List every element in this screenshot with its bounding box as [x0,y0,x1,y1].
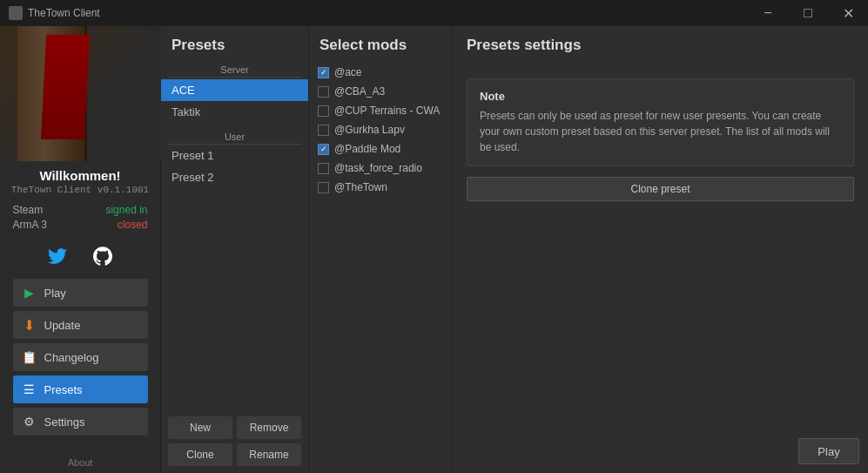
twitter-link[interactable] [44,242,71,270]
mod-label: @Gurkha Lapv [334,124,405,136]
note-text: Presets can only be used as preset for n… [480,108,841,155]
preset-item-2[interactable]: Preset 2 [161,166,308,188]
play-button-main[interactable]: Play [798,438,859,464]
settings-nav-icon: ⚙ [22,414,37,429]
arma-status: closed [118,219,148,231]
mod-label: @Paddle Mod [334,143,400,155]
server-group-label: Server [168,61,301,78]
mod-item[interactable]: @CUP Terrains - CWA [314,101,447,120]
mod-label: @CUP Terrains - CWA [334,105,440,117]
mod-checkbox[interactable] [318,144,329,155]
preset-item-ace[interactable]: ACE [161,79,308,101]
window-controls: − □ ✕ [748,0,868,26]
preset-actions: New Remove Clone Rename [161,409,308,473]
note-box: Note Presets can only be used as preset … [467,78,854,166]
update-nav-icon: ⬇ [22,317,37,333]
mod-checkbox[interactable] [318,105,329,117]
github-icon [93,247,112,266]
about-link[interactable]: About [68,457,93,468]
nav-presets-label: Presets [44,383,83,396]
mod-checkbox[interactable] [318,86,329,98]
mod-label: @ace [334,66,362,78]
arma-status-row: ArmA 3 closed [13,219,148,231]
play-nav-icon: ▶ [22,285,37,301]
mod-checkbox[interactable] [318,163,329,174]
arma-label: ArmA 3 [13,219,47,231]
nav-update-button[interactable]: ⬇ Update [13,311,148,339]
remove-preset-button[interactable]: Remove [237,416,301,439]
nav-changelog-label: Changelog [44,351,99,364]
note-title: Note [480,90,841,103]
mod-item[interactable]: @ace [314,63,447,82]
nav-presets-button[interactable]: ☰ Presets [13,375,148,403]
mod-item[interactable]: @Paddle Mod [314,139,447,159]
sidebar-footer: About [68,450,93,469]
nav-play-label: Play [44,287,66,300]
steam-label: Steam [13,204,44,216]
new-preset-button[interactable]: New [168,416,232,439]
github-link[interactable] [89,242,117,270]
mods-panel-title: Select mods [309,26,452,61]
mod-checkbox[interactable] [318,125,329,136]
preset-list: ACE Taktik User Preset 1 Preset 2 [161,78,308,409]
nav-settings-button[interactable]: ⚙ Settings [13,408,148,436]
sidebar-nav: ▶ Play ⬇ Update 📋 Changelog ☰ Presets ⚙ … [13,279,148,436]
social-links [44,242,117,270]
presets-settings-panel: Presets settings Note Presets can only b… [453,26,868,473]
preset-item-1[interactable]: Preset 1 [161,145,308,166]
version-text: TheTown Client v0.1.1001 [11,185,149,195]
mod-item[interactable]: @CBA_A3 [314,82,447,101]
nav-changelog-button[interactable]: 📋 Changelog [13,343,148,371]
close-button[interactable]: ✕ [828,0,868,26]
mod-checkbox[interactable] [318,67,329,78]
title-bar: TheTown Client − □ ✕ [0,0,868,26]
clone-preset-button[interactable]: Clone preset [467,177,854,201]
presets-panel: Presets Server ACE Taktik User Preset 1 … [161,26,309,473]
app-icon [9,6,23,20]
preset-item-taktik[interactable]: Taktik [161,101,308,123]
mod-label: @CBA_A3 [334,85,385,98]
twitter-icon [48,247,67,266]
rename-preset-button[interactable]: Rename [237,443,301,466]
maximize-button[interactable]: □ [788,0,828,26]
bottom-play-area: Play [798,438,859,464]
mod-item[interactable]: @task_force_radio [314,159,447,178]
mods-panel: Select mods @ace@CBA_A3@CUP Terrains - C… [309,26,453,473]
user-group-label: User [168,128,301,145]
nav-play-button[interactable]: ▶ Play [13,279,148,307]
presets-nav-icon: ☰ [22,382,37,397]
nav-update-label: Update [44,319,81,332]
presets-panel-title: Presets [161,26,308,61]
banner-image [0,26,161,161]
clone-preset-list-button[interactable]: Clone [168,443,232,466]
steam-status-row: Steam signed in [13,204,148,216]
mod-item[interactable]: @TheTown [314,178,447,197]
mod-label: @task_force_radio [334,162,422,174]
changelog-nav-icon: 📋 [22,349,37,365]
steam-status: signed in [105,204,147,216]
nav-settings-label: Settings [44,416,85,429]
mods-list: @ace@CBA_A3@CUP Terrains - CWA@Gurkha La… [309,61,452,473]
welcome-text: Willkommen! [39,168,120,183]
mod-item[interactable]: @Gurkha Lapv [314,120,447,139]
sidebar: Willkommen! TheTown Client v0.1.1001 Ste… [0,26,161,473]
mod-label: @TheTown [334,181,387,193]
minimize-button[interactable]: − [748,0,788,26]
title-bar-text: TheTown Client [28,7,100,19]
presets-settings-title: Presets settings [453,26,868,61]
main-layout: Willkommen! TheTown Client v0.1.1001 Ste… [0,26,868,473]
mod-checkbox[interactable] [318,182,329,193]
